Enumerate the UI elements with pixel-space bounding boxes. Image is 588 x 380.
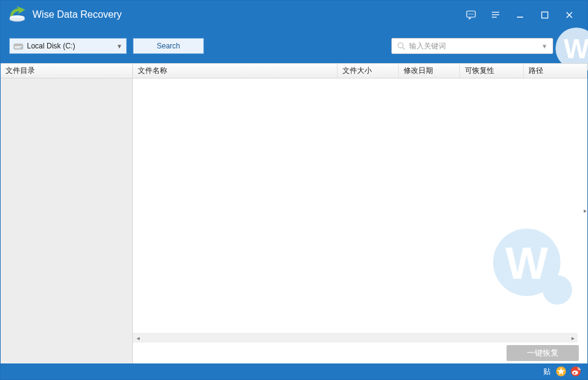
column-headers: 文件名称 文件大小 修改日期 可恢复性 路径 — [133, 64, 587, 78]
app-title: Wise Data Recovery — [32, 9, 122, 20]
drive-selected-label: Local Disk (C:) — [27, 42, 75, 50]
sidebar: 文件目录 — [1, 64, 133, 363]
column-header-date[interactable]: 修改日期 — [399, 64, 460, 78]
disk-icon — [13, 42, 23, 50]
scroll-left-icon[interactable]: ◂ — [133, 333, 143, 343]
recover-button[interactable]: 一键恢复 — [507, 345, 579, 361]
star-icon[interactable] — [556, 366, 567, 377]
sidebar-header: 文件目录 — [1, 64, 132, 78]
svg-point-24 — [493, 229, 560, 296]
svg-point-17 — [398, 43, 403, 48]
file-list: W ◂ ▸ ▸ — [133, 78, 587, 343]
svg-point-4 — [469, 13, 470, 15]
action-bar: 一键恢复 — [133, 343, 587, 363]
titlebar[interactable]: Wise Data Recovery — [1, 1, 587, 29]
svg-point-25 — [543, 275, 572, 305]
column-header-path[interactable]: 路径 — [524, 64, 587, 78]
file-list-panel: 文件名称 文件大小 修改日期 可恢复性 路径 W ◂ ▸ ▸ — [133, 64, 587, 363]
svg-point-6 — [472, 13, 473, 15]
keyword-input[interactable]: 输入关键词 ▼ — [391, 38, 553, 54]
scroll-down-icon[interactable]: ▸ — [582, 204, 587, 218]
weibo-icon[interactable] — [570, 366, 581, 377]
toolbar: Local Disk (C:) ▼ Search 输入关键词 ▼ W — [1, 29, 587, 63]
search-button-label: Search — [157, 42, 180, 50]
scroll-track[interactable] — [143, 333, 568, 343]
minimize-button[interactable] — [508, 2, 532, 27]
feedback-icon[interactable] — [459, 2, 483, 27]
chevron-down-icon: ▼ — [541, 43, 548, 50]
chevron-down-icon: ▼ — [116, 43, 123, 50]
watermark-large-icon: W — [487, 222, 579, 314]
statusbar: 贴 — [1, 363, 587, 379]
svg-rect-15 — [14, 44, 23, 46]
drive-select[interactable]: Local Disk (C:) ▼ — [9, 38, 127, 54]
keyword-placeholder: 输入关键词 — [409, 41, 446, 51]
search-button[interactable]: Search — [133, 38, 204, 54]
svg-rect-2 — [10, 18, 24, 20]
svg-point-16 — [21, 47, 22, 48]
column-header-size[interactable]: 文件大小 — [337, 64, 399, 78]
content-area: 文件目录 文件名称 文件大小 修改日期 可恢复性 路径 W ◂ ▸ — [1, 63, 587, 363]
scroll-right-icon[interactable]: ▸ — [568, 333, 578, 343]
recover-button-label: 一键恢复 — [527, 348, 559, 359]
svg-point-5 — [470, 13, 472, 15]
menu-icon[interactable] — [483, 2, 508, 27]
svg-text:W: W — [564, 34, 588, 64]
app-window: Wise Data Recovery Local Disk (C:) ▼ Sea… — [0, 0, 588, 380]
column-header-name[interactable]: 文件名称 — [133, 64, 337, 78]
tieba-label[interactable]: 贴 — [543, 367, 551, 377]
svg-line-18 — [402, 47, 405, 50]
app-logo-icon — [8, 6, 26, 23]
svg-rect-11 — [541, 12, 548, 18]
horizontal-scrollbar[interactable]: ◂ ▸ — [133, 333, 578, 343]
svg-point-30 — [573, 372, 575, 374]
column-header-recoverability[interactable]: 可恢复性 — [460, 64, 524, 78]
svg-text:W: W — [505, 238, 548, 289]
search-icon — [397, 42, 405, 50]
